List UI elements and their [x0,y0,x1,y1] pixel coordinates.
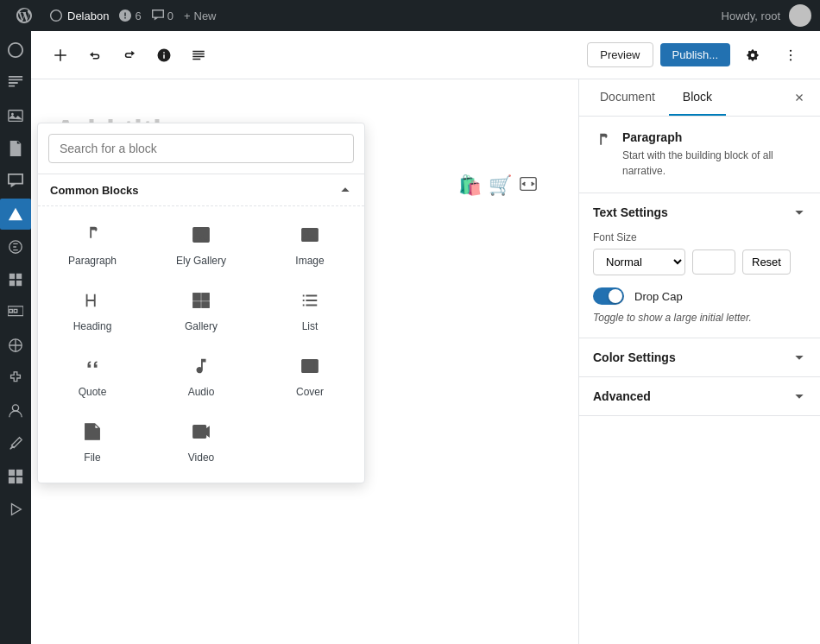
block-item-gallery[interactable]: Gallery [147,279,255,344]
drop-cap-toggle[interactable] [593,287,624,305]
list-view-button[interactable] [183,40,214,71]
block-description: Start with the building block of all nar… [622,148,806,179]
block-item-ely-gallery-label: Ely Gallery [176,255,226,267]
new-content-button[interactable]: + New [184,9,217,22]
wp-logo[interactable] [9,0,40,31]
comments-link[interactable]: 0 [152,9,173,22]
sidebar-item-media[interactable] [0,100,31,131]
common-blocks-header[interactable]: Common Blocks [38,174,364,206]
block-info: Paragraph Start with the building block … [579,117,820,193]
sidebar-item-comments[interactable] [0,166,31,197]
sidebar-item-woocommerce[interactable] [0,297,31,328]
redo-button[interactable] [114,40,145,71]
more-options-button[interactable] [775,40,806,71]
quote-icon [83,357,102,381]
block-name: Paragraph [622,130,806,144]
block-item-cover[interactable]: Cover [255,344,364,410]
svg-point-9 [12,405,18,411]
block-item-audio-label: Audio [188,386,215,398]
text-settings-title: Text Settings [593,205,668,219]
toolbar-right: Preview Publish... [587,40,806,71]
block-item-video[interactable]: Video [147,410,255,476]
updates-link[interactable]: 6 [119,9,141,22]
advanced-header[interactable]: Advanced [579,377,820,415]
color-settings-section: Color Settings [579,338,820,377]
svg-rect-26 [193,302,200,307]
sidebar [0,31,31,644]
preview-button[interactable]: Preview [587,42,653,67]
block-item-list[interactable]: List [255,279,364,344]
font-size-row: Normal Small Medium Large Huge Reset [593,249,806,275]
block-item-gallery-label: Gallery [185,320,218,332]
svg-marker-2 [9,208,22,220]
undo-button[interactable] [79,40,110,71]
product-icon-2[interactable]: 🛒 [489,174,512,199]
sidebar-item-dashboard[interactable] [0,35,31,66]
cover-icon [300,357,319,381]
tab-document[interactable]: Document [586,79,669,116]
block-item-image-label: Image [295,255,324,267]
block-item-image[interactable]: Image [255,213,364,279]
block-item-heading-label: Heading [73,320,112,332]
block-search-input[interactable] [48,134,354,163]
svg-rect-28 [302,360,318,373]
add-block-toolbar-button[interactable] [45,40,76,71]
sidebar-item-live-editor[interactable] [0,199,31,230]
svg-rect-27 [202,302,209,307]
info-button[interactable] [148,40,180,71]
embed-icon[interactable] [519,174,538,199]
svg-rect-25 [202,294,209,300]
video-icon [192,422,211,446]
text-settings-header[interactable]: Text Settings [579,193,820,231]
sidebar-item-pages[interactable] [0,133,31,164]
top-bar-right: Howdy, root [722,4,811,27]
block-item-paragraph[interactable]: Paragraph [38,213,147,279]
block-item-audio[interactable]: Audio [147,344,255,410]
font-size-select[interactable]: Normal Small Medium Large Huge [593,249,685,275]
right-panel: Document Block Paragraph Start with the … [578,79,820,644]
panel-close-button[interactable] [785,84,813,111]
sidebar-item-tools[interactable] [0,428,31,459]
product-icon-1[interactable]: 🛍️ [458,174,482,199]
tab-block[interactable]: Block [669,79,726,116]
publish-button[interactable]: Publish... [660,43,730,66]
svg-point-21 [197,231,199,234]
drop-cap-hint: Toggle to show a large initial letter. [593,312,806,324]
svg-rect-10 [9,470,15,476]
block-item-heading[interactable]: Heading [38,279,147,344]
svg-point-17 [790,54,792,55]
svg-rect-7 [16,281,22,286]
audio-icon [192,357,211,381]
settings-button[interactable] [737,40,768,71]
svg-point-18 [790,59,792,60]
color-settings-header[interactable]: Color Settings [579,338,820,376]
reset-font-size-button[interactable]: Reset [742,249,791,275]
svg-rect-29 [193,426,206,439]
block-item-quote-label: Quote [79,386,107,398]
sidebar-item-elementor[interactable] [0,231,31,262]
text-settings-section: Text Settings Font Size Normal Small Med… [579,193,820,338]
sidebar-item-appearance[interactable] [0,330,31,361]
sidebar-item-users[interactable] [0,395,31,426]
drop-cap-row: Drop Cap [593,287,806,305]
block-item-file[interactable]: File [38,410,147,476]
toolbar-left [45,40,214,71]
ely-gallery-icon [192,225,211,249]
font-size-label: Font Size [593,231,806,243]
sidebar-item-posts[interactable] [0,67,31,98]
user-avatar[interactable] [789,4,811,27]
block-search-container [38,123,364,174]
svg-rect-24 [193,294,200,300]
sidebar-item-grid[interactable] [0,461,31,492]
editor-main: Preview Publish... Add title + [31,31,820,644]
block-grid: Paragraph Ely Gallery [38,206,364,483]
font-size-input[interactable] [692,249,735,275]
sidebar-item-play[interactable] [0,494,31,525]
gallery-icon [192,291,211,315]
block-item-ely-gallery[interactable]: Ely Gallery [147,213,255,279]
block-item-quote[interactable]: Quote [38,344,147,410]
svg-rect-12 [9,477,15,483]
sidebar-item-products[interactable] [0,264,31,295]
sidebar-item-plugins[interactable] [0,363,31,394]
site-name-link[interactable]: Delabon [50,9,109,22]
